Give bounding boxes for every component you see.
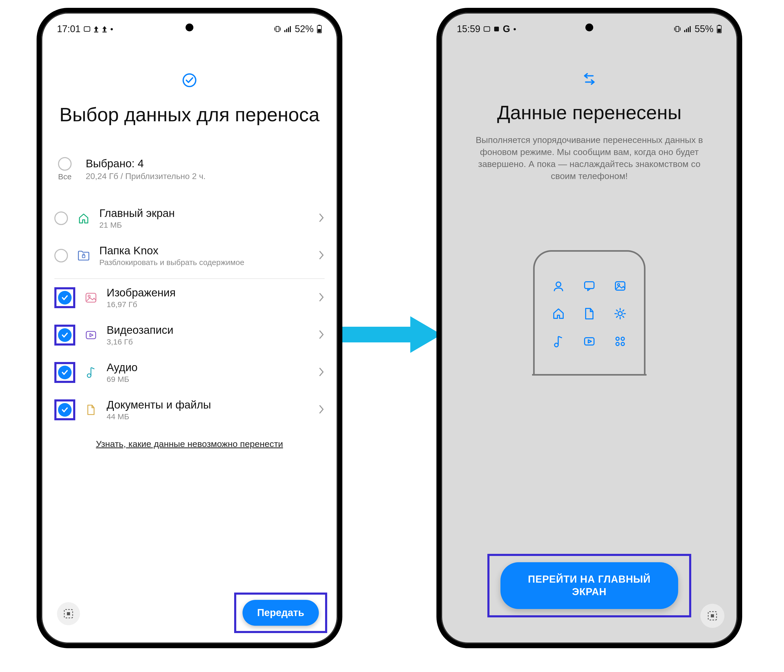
status-time: 17:01 <box>57 23 81 34</box>
svg-rect-15 <box>82 255 85 258</box>
svg-rect-53 <box>585 338 594 345</box>
row-home-screen[interactable]: Главный экран 21 МБ <box>49 199 330 237</box>
svg-marker-54 <box>588 340 591 343</box>
svg-rect-8 <box>286 29 287 32</box>
checkbox-checked[interactable] <box>58 291 72 305</box>
svg-marker-0 <box>337 316 442 353</box>
audio-icon <box>84 365 98 380</box>
home-icon <box>549 305 568 323</box>
battery-icon <box>717 25 722 33</box>
row-sub: 44 МБ <box>107 412 310 421</box>
video-icon <box>580 332 599 350</box>
cannot-transfer-link[interactable]: Узнать, какие данные невозможно перенест… <box>49 439 330 449</box>
highlight <box>54 287 75 308</box>
svg-rect-29 <box>676 26 679 32</box>
battery-text: 52% <box>295 23 314 34</box>
svg-point-55 <box>616 337 619 340</box>
music-icon <box>549 332 568 350</box>
signal-icon <box>684 26 692 32</box>
row-video[interactable]: Видеозаписи 3,16 Гб <box>49 316 330 354</box>
chevron-right-icon <box>318 250 325 261</box>
chevron-right-icon <box>318 367 325 378</box>
svg-rect-3 <box>103 32 107 33</box>
upload-icon <box>102 26 107 33</box>
google-icon: G <box>503 23 510 34</box>
svg-rect-32 <box>684 30 685 32</box>
row-sub: 3,16 Гб <box>107 338 310 346</box>
smart-select-icon[interactable] <box>700 604 725 628</box>
more-icon: • <box>110 24 113 34</box>
svg-point-17 <box>88 295 90 297</box>
row-documents[interactable]: Документы и файлы 44 МБ <box>49 391 330 428</box>
svg-point-52 <box>555 343 558 347</box>
checkbox-checked[interactable] <box>58 328 72 342</box>
selected-count: Выбрано: 4 <box>86 157 206 170</box>
checkbox-checked[interactable] <box>58 366 72 379</box>
checkbox[interactable] <box>54 212 68 225</box>
row-sub: 16,97 Гб <box>107 300 310 309</box>
page-title: Выбор данных для переноса <box>49 104 330 126</box>
notif-icon <box>84 26 90 33</box>
svg-rect-40 <box>585 282 594 289</box>
apps-icon <box>611 332 629 350</box>
image-icon <box>84 290 98 305</box>
svg-point-43 <box>618 311 622 316</box>
notif-icon <box>484 26 490 33</box>
page-subtitle: Выполняется упорядочивание перенесенных … <box>449 134 730 182</box>
row-title: Изображения <box>107 286 310 299</box>
select-all-row[interactable]: Все Выбрано: 4 20,24 Гб / Приблизительно… <box>49 157 330 181</box>
svg-line-50 <box>616 316 618 317</box>
goto-home-button[interactable]: ПЕРЕЙТИ НА ГЛАВНЫЙ ЭКРАН <box>501 562 678 609</box>
checkbox[interactable] <box>54 249 68 263</box>
chevron-right-icon <box>318 404 325 415</box>
row-title: Главный экран <box>99 207 310 219</box>
svg-rect-22 <box>67 612 70 615</box>
gallery-icon <box>611 277 629 295</box>
select-all-checkbox[interactable] <box>58 157 72 171</box>
highlight <box>54 325 75 345</box>
row-audio[interactable]: Аудио 69 МБ <box>49 354 330 391</box>
svg-rect-10 <box>290 26 291 32</box>
svg-point-14 <box>183 74 196 87</box>
home-icon <box>76 211 91 226</box>
row-title: Папка Knox <box>99 244 310 257</box>
svg-rect-16 <box>86 293 96 302</box>
svg-line-51 <box>623 310 624 311</box>
selected-size: 20,24 Гб / Приблизительно 2 ч. <box>86 171 206 181</box>
transfer-button-highlight: Передать <box>234 593 327 633</box>
highlight <box>54 400 75 420</box>
transfer-arrows-icon <box>449 73 730 86</box>
page-title: Данные перенесены <box>449 101 730 124</box>
chevron-right-icon <box>318 213 325 224</box>
vibrate-icon <box>274 25 281 33</box>
checkbox-checked[interactable] <box>58 403 72 417</box>
chevron-right-icon <box>318 329 325 341</box>
svg-rect-38 <box>718 29 721 33</box>
svg-rect-60 <box>711 614 714 618</box>
svg-rect-27 <box>484 26 490 31</box>
chevron-right-icon <box>318 292 325 303</box>
battery-icon <box>317 25 322 33</box>
vibrate-icon <box>674 25 681 33</box>
messages-icon <box>580 277 599 295</box>
svg-point-56 <box>621 337 624 340</box>
svg-line-49 <box>623 316 624 317</box>
row-sub: 69 МБ <box>107 375 310 384</box>
transfer-button[interactable]: Передать <box>243 600 319 626</box>
svg-point-39 <box>556 282 561 287</box>
svg-rect-9 <box>288 28 289 32</box>
svg-rect-4 <box>276 26 279 32</box>
row-images[interactable]: Изображения 16,97 Гб <box>49 279 330 316</box>
highlight <box>54 362 75 383</box>
document-icon <box>84 403 98 417</box>
video-icon <box>84 328 98 342</box>
row-knox[interactable]: Папка Knox Разблокировать и выбрать соде… <box>49 237 330 274</box>
row-title: Видеозаписи <box>107 324 310 336</box>
svg-rect-18 <box>86 331 96 339</box>
notif-icon <box>493 26 500 32</box>
svg-rect-1 <box>84 26 90 31</box>
smart-select-icon[interactable] <box>57 602 80 625</box>
svg-point-42 <box>618 283 620 286</box>
status-time: 15:59 <box>457 23 480 34</box>
svg-marker-19 <box>90 333 93 337</box>
